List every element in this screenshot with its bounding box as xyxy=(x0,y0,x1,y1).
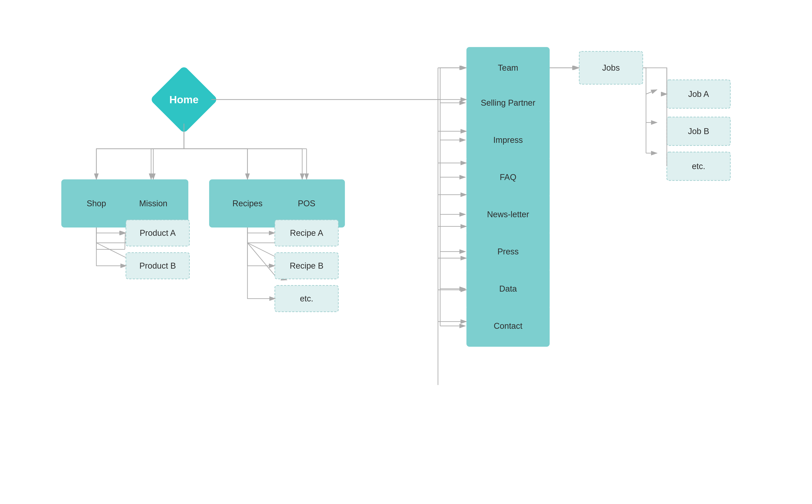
newsletter-label: News-letter xyxy=(487,210,529,219)
job-a-node[interactable]: Job A xyxy=(667,80,730,108)
recipes-label: Recipes xyxy=(232,199,262,208)
product-a-node[interactable]: Product A xyxy=(126,220,189,246)
data-label: Data xyxy=(499,284,517,293)
product-a-label: Product A xyxy=(140,228,176,238)
faq-label: FAQ xyxy=(500,173,516,182)
faq-node[interactable]: FAQ xyxy=(466,156,550,198)
product-b-label: Product B xyxy=(139,261,176,270)
recipe-etc-label: etc. xyxy=(300,294,313,303)
diagram-container: Home Shop Mission Recipes POS Product A xyxy=(0,0,812,504)
press-label: Press xyxy=(497,247,518,256)
home-node[interactable]: Home xyxy=(150,65,218,133)
job-b-node[interactable]: Job B xyxy=(667,117,730,145)
recipe-b-node[interactable]: Recipe B xyxy=(275,253,338,279)
job-b-label: Job B xyxy=(688,127,709,136)
job-a-label: Job A xyxy=(688,89,709,99)
pos-label: POS xyxy=(298,199,315,208)
contact-node[interactable]: Contact xyxy=(466,305,550,347)
job-etc-node[interactable]: etc. xyxy=(667,152,730,180)
data-node[interactable]: Data xyxy=(466,268,550,310)
newsletter-node[interactable]: News-letter xyxy=(466,194,550,235)
shop-label: Shop xyxy=(87,199,106,208)
jobs-node[interactable]: Jobs xyxy=(579,51,643,84)
recipe-a-label: Recipe A xyxy=(290,228,324,238)
selling-partner-label: Selling Partner xyxy=(481,98,535,107)
press-node[interactable]: Press xyxy=(466,231,550,272)
impress-label: Impress xyxy=(493,135,523,145)
recipe-etc-node[interactable]: etc. xyxy=(275,285,338,312)
mission-label: Mission xyxy=(139,199,167,208)
home-label: Home xyxy=(169,94,198,105)
recipe-b-label: Recipe B xyxy=(290,261,324,270)
job-etc-label: etc. xyxy=(692,162,705,171)
selling-partner-node[interactable]: Selling Partner xyxy=(466,82,550,124)
product-b-node[interactable]: Product B xyxy=(126,253,189,279)
team-label: Team xyxy=(498,63,518,72)
impress-node[interactable]: Impress xyxy=(466,119,550,161)
recipe-a-node[interactable]: Recipe A xyxy=(275,220,338,246)
contact-label: Contact xyxy=(494,321,522,331)
jobs-label: Jobs xyxy=(602,63,620,72)
